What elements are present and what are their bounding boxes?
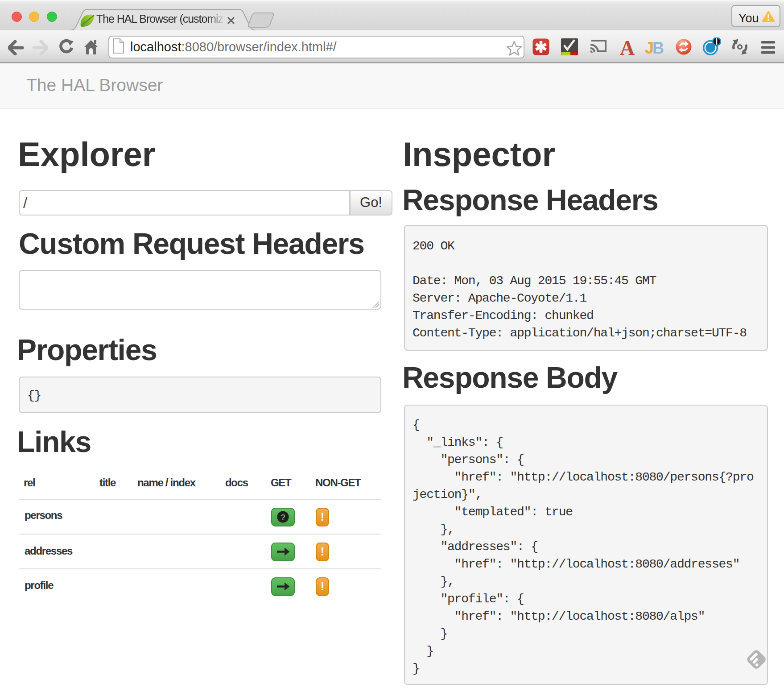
svg-text:?: ? (281, 513, 286, 522)
